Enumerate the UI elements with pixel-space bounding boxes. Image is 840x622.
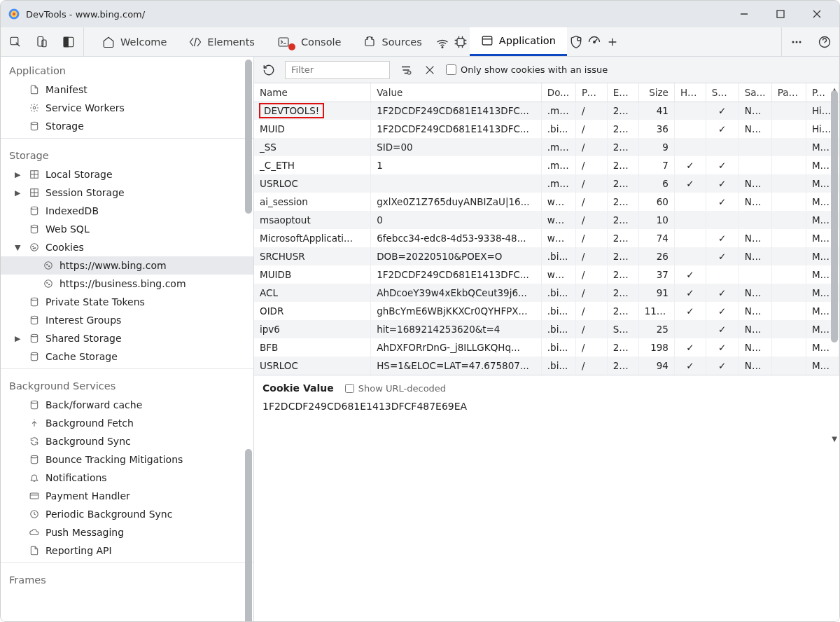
help-icon[interactable] — [816, 33, 834, 51]
filter-input[interactable] — [285, 61, 390, 79]
sidebar-item-cache-storage[interactable]: Cache Storage — [1, 347, 253, 366]
sidebar-item-cookie-origin-business[interactable]: https://business.bing.com — [1, 275, 253, 293]
clear-all-icon[interactable] — [422, 62, 438, 78]
table-row[interactable]: ai_sessiongxlXe0Z1Z765duyANBIZaU|16...ww… — [254, 193, 839, 211]
sidebar-item-background-fetch[interactable]: Background Fetch — [1, 414, 253, 432]
sidebar-item-payment-handler[interactable]: Payment Handler — [1, 487, 253, 505]
cell-expires: 20... — [607, 302, 638, 320]
svg-point-47 — [31, 316, 37, 319]
cell-path: / — [575, 229, 607, 247]
table-row[interactable]: MUID1F2DCDF249CD681E1413DFC....bi.../20.… — [254, 120, 839, 138]
sidebar-item-interest-groups[interactable]: Interest Groups — [1, 311, 253, 329]
sidebar-scrollbar-thumb[interactable] — [245, 60, 252, 214]
sidebar-item-indexeddb[interactable]: IndexedDB — [1, 202, 253, 220]
device-icon[interactable] — [33, 33, 51, 51]
only-issue-checkbox-input[interactable] — [446, 64, 456, 75]
tab-application[interactable]: Application — [470, 27, 567, 56]
bell-icon — [29, 472, 40, 483]
table-row[interactable]: MUIDB1F2DCDF249CD681E1413DFC...ww.../20.… — [254, 265, 839, 284]
table-row[interactable]: DEVTOOLS!1F2DCDF249CD681E1413DFC....ms..… — [254, 102, 839, 120]
table-scrollbar-thumb[interactable] — [831, 90, 838, 343]
tab-application-label: Application — [499, 35, 556, 46]
show-url-decoded-checkbox[interactable]: Show URL-decoded — [345, 383, 446, 394]
tab-sources-label: Sources — [382, 36, 421, 48]
table-row[interactable]: BFBAhDXFORrDnG-_j8ILLGKQHq....bi.../20..… — [254, 338, 839, 357]
sidebar-item-cookie-origin-bing[interactable]: https://www.bing.com — [1, 256, 253, 275]
table-row[interactable]: MicrosoftApplicati...6febcc34-edc8-4d53-… — [254, 229, 839, 247]
cell-expires: 20... — [607, 229, 638, 247]
table-row[interactable]: USRLOC.ms.../20...6✓✓No...Me... — [254, 174, 839, 193]
table-row[interactable]: ipv6hit=1689214253620&t=4.bi.../Ses...25… — [254, 320, 839, 338]
sidebar-scrollbar-thumb-2[interactable] — [245, 449, 252, 621]
cell-secure: ✓ — [706, 229, 738, 247]
maximize-button[interactable] — [771, 4, 790, 24]
cell-samesite — [738, 211, 771, 229]
cell-secure: ✓ — [706, 174, 738, 193]
table-row[interactable]: SRCHUSRDOB=20220510&POEX=O.bi.../20...26… — [254, 247, 839, 265]
col-partition[interactable]: Par... — [771, 83, 806, 102]
refresh-icon[interactable] — [261, 62, 276, 78]
table-row[interactable]: OIDRghBcYmE6WBjKKXCr0QYHFPX....bi.../20.… — [254, 302, 839, 320]
dock-icon[interactable] — [59, 33, 78, 51]
tab-sources[interactable]: Sources — [352, 27, 433, 56]
sidebar-item-reporting-api[interactable]: Reporting API — [1, 541, 253, 560]
sidebar-item-shared-storage[interactable]: ▶Shared Storage — [1, 329, 253, 347]
sidebar-item-bounce-tracking[interactable]: Bounce Tracking Mitigations — [1, 450, 253, 469]
col-path[interactable]: Path — [575, 83, 607, 102]
table-row[interactable]: msaoptout0ww.../20...10Me... — [254, 211, 839, 229]
table-row[interactable]: _SSSID=00.ms.../20...9Me... — [254, 138, 839, 156]
sidebar-item-push-messaging[interactable]: Push Messaging — [1, 523, 253, 541]
cell-expires: 20... — [607, 211, 638, 229]
cell-samesite: No... — [738, 193, 771, 211]
inspect-icon[interactable] — [6, 33, 24, 51]
tab-elements[interactable]: Elements — [178, 27, 266, 56]
col-samesite[interactable]: Sa... — [738, 83, 771, 102]
tab-elements-label: Elements — [207, 36, 255, 48]
sidebar-item-bfcache[interactable]: Back/forward cache — [1, 396, 253, 414]
kebab-icon[interactable] — [788, 33, 806, 51]
network-icon[interactable] — [433, 33, 451, 51]
database-icon — [29, 333, 40, 344]
close-button[interactable] — [807, 4, 827, 24]
cell-size: 26 — [638, 247, 674, 265]
table-row[interactable]: USRLOCHS=1&ELOC=LAT=47.675807....bi.../2… — [254, 357, 839, 375]
tab-console[interactable]: Console — [266, 27, 353, 56]
sidebar-item-cookies[interactable]: ▼Cookies — [1, 238, 253, 256]
sidebar-item-private-state-tokens[interactable]: Private State Tokens — [1, 293, 253, 311]
col-value[interactable]: Value — [371, 83, 542, 102]
col-name[interactable]: Name — [254, 83, 371, 102]
tab-welcome[interactable]: Welcome — [91, 27, 178, 56]
sidebar-item-background-sync[interactable]: Background Sync — [1, 432, 253, 450]
security-icon[interactable] — [567, 33, 585, 51]
sidebar-item-service-workers[interactable]: Service Workers — [1, 99, 253, 117]
sidebar-item-session-storage[interactable]: ▶Session Storage — [1, 184, 253, 202]
sidebar-item-periodic-sync[interactable]: Periodic Background Sync — [1, 505, 253, 523]
cell-value: SID=00 — [371, 138, 542, 156]
col-secure[interactable]: Sec... — [706, 83, 738, 102]
cell-size: 36 — [638, 120, 674, 138]
cell-path: / — [575, 320, 607, 338]
table-row[interactable]: ACLAhDcoeY39w4xEkbQCeut39j6....bi.../20.… — [254, 284, 839, 302]
sidebar-item-websql[interactable]: Web SQL — [1, 220, 253, 238]
clear-filter-icon[interactable] — [398, 62, 414, 78]
col-httponly[interactable]: Htt... — [674, 83, 706, 102]
table-row[interactable]: _C_ETH1.ms.../20...7✓✓Me... — [254, 156, 839, 174]
minimize-button[interactable] — [734, 4, 754, 24]
performance-icon[interactable] — [585, 33, 603, 51]
col-domain[interactable]: Do... — [541, 83, 575, 102]
cell-samesite — [738, 138, 771, 156]
scroll-down-icon[interactable]: ▼ — [832, 435, 837, 443]
sidebar-item-storage[interactable]: Storage — [1, 117, 253, 135]
show-url-decoded-input[interactable] — [345, 384, 354, 393]
sidebar-item-manifest[interactable]: Manifest — [1, 81, 253, 99]
memory-icon[interactable] — [451, 33, 470, 51]
more-tabs-icon[interactable] — [603, 33, 622, 51]
svg-point-48 — [31, 334, 37, 337]
sidebar-item-notifications[interactable]: Notifications — [1, 469, 253, 487]
cell-path: / — [575, 120, 607, 138]
only-issue-checkbox[interactable]: Only show cookies with an issue — [446, 64, 608, 75]
col-size[interactable]: Size — [638, 83, 674, 102]
sidebar-item-local-storage[interactable]: ▶Local Storage — [1, 165, 253, 184]
cookie-value-label: Cookie Value — [262, 382, 334, 394]
col-expires[interactable]: Ex... — [607, 83, 638, 102]
